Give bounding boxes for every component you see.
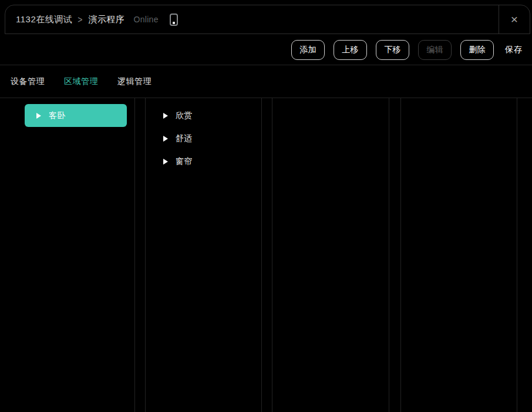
toolbar-button-4[interactable]: 删除 xyxy=(460,40,494,60)
panels: 客卧欣赏舒适窗帘 xyxy=(0,98,532,412)
tree-item[interactable]: 舒适 xyxy=(146,127,261,150)
close-button[interactable]: × xyxy=(499,5,530,34)
toolbar-button-0[interactable]: 添加 xyxy=(291,40,325,60)
tree-item[interactable]: 窗帘 xyxy=(146,150,261,173)
tree-item-selected[interactable]: 客卧 xyxy=(25,104,127,127)
tree-item-label: 舒适 xyxy=(176,133,193,144)
toolbar-button-2[interactable]: 下移 xyxy=(376,40,409,60)
expand-arrow-icon xyxy=(36,113,41,119)
tree-item-label: 窗帘 xyxy=(176,156,193,167)
panel-level-3 xyxy=(272,98,389,412)
tree-item-label: 欣赏 xyxy=(176,110,193,121)
phone-icon xyxy=(170,14,178,26)
expand-arrow-icon xyxy=(163,159,168,165)
breadcrumb-root[interactable]: 1132在线调试 xyxy=(16,14,72,25)
toolbar: 添加上移下移编辑删除 保存 xyxy=(0,35,532,65)
titlebar: 1132在线调试 > 演示程序 Online × xyxy=(5,5,530,34)
toolbar-buttons: 添加上移下移编辑删除 xyxy=(291,40,494,60)
toolbar-button-1[interactable]: 上移 xyxy=(334,40,367,60)
tree-item[interactable]: 欣赏 xyxy=(146,104,261,127)
save-button[interactable]: 保存 xyxy=(505,45,523,55)
tab-bar: 设备管理区域管理逻辑管理 xyxy=(0,66,532,98)
status-label: Online xyxy=(133,15,158,24)
tree-item-label: 客卧 xyxy=(49,110,66,121)
panel-level-2: 欣赏舒适窗帘 xyxy=(145,98,262,412)
tab-2[interactable]: 逻辑管理 xyxy=(117,76,151,87)
breadcrumb-separator-icon: > xyxy=(78,14,82,25)
expand-arrow-icon xyxy=(163,113,168,119)
breadcrumb-current: 演示程序 xyxy=(88,14,124,25)
tab-0[interactable]: 设备管理 xyxy=(11,76,45,87)
tab-1-active[interactable]: 区域管理 xyxy=(64,76,98,87)
toolbar-button-3: 编辑 xyxy=(418,40,452,60)
panel-level-4 xyxy=(400,98,517,412)
expand-arrow-icon xyxy=(163,136,168,142)
close-icon: × xyxy=(511,12,518,26)
panel-level-1: 客卧 xyxy=(0,98,135,412)
breadcrumb: 1132在线调试 > 演示程序 Online xyxy=(5,5,499,34)
